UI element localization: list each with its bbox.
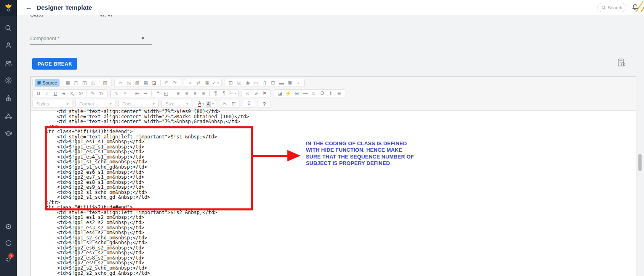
- select-field-button[interactable]: ⊟: [269, 79, 277, 87]
- annotation-line: IN THE CODING OF CLASS IS DEFINED: [306, 140, 423, 147]
- align-left-button[interactable]: ≡: [174, 90, 182, 97]
- bg-color-button[interactable]: A▾: [206, 100, 214, 107]
- text-direction-ltr-button[interactable]: ¶: [212, 90, 219, 97]
- people-icon: [4, 59, 12, 67]
- text-direction-rtl-button[interactable]: ¶: [220, 90, 228, 97]
- select-all-button[interactable]: ≣: [203, 79, 211, 87]
- language-button[interactable]: ⚐▾: [229, 90, 236, 97]
- textarea-button[interactable]: ▯: [261, 79, 268, 87]
- remove-format-button[interactable]: Tx: [97, 90, 105, 97]
- search-button[interactable]: Search: [597, 3, 626, 12]
- sidebar-item-search[interactable]: [4, 24, 12, 32]
- sidebar-item-academics[interactable]: [4, 130, 12, 138]
- toolbar-group: ◪⚡⊞―☺Ω⇟⊕: [274, 89, 345, 97]
- justify-button[interactable]: ≡: [200, 90, 207, 97]
- styles-combo-label: Styles: [36, 101, 49, 106]
- styles-combo[interactable]: Styles▾: [35, 100, 70, 107]
- toolbar-group: ?: [258, 100, 270, 108]
- new-page-button[interactable]: ▢: [72, 79, 80, 87]
- source-button[interactable]: ▣Source: [35, 79, 60, 87]
- sidebar-item-people[interactable]: [4, 59, 12, 67]
- text-field-button[interactable]: ▭: [252, 79, 260, 87]
- app-logo[interactable]: [0, 0, 17, 16]
- decrease-indent-button[interactable]: ⇤: [133, 90, 141, 97]
- hidden-field-button[interactable]: ▫: [295, 79, 302, 87]
- cut-button[interactable]: ✂: [117, 79, 124, 87]
- about-button[interactable]: ?: [260, 100, 268, 107]
- sidebar-item-network[interactable]: [4, 112, 12, 120]
- numbered-list-button[interactable]: ⒈: [113, 90, 120, 97]
- save-button[interactable]: ▦: [64, 79, 72, 87]
- strikethrough-button[interactable]: S: [60, 90, 68, 97]
- text-color-button-label: A: [198, 101, 201, 107]
- blockquote-button[interactable]: ❝: [154, 90, 161, 97]
- sidebar-item-sync[interactable]: [4, 239, 12, 247]
- horizontal-rule-icon: ―: [303, 91, 308, 96]
- superscript-button[interactable]: X²: [77, 90, 85, 97]
- find-button[interactable]: ⌕: [186, 79, 194, 87]
- image-button-button[interactable]: ▣: [286, 79, 294, 87]
- link-button[interactable]: ∞: [244, 90, 252, 97]
- image-button[interactable]: ◪: [276, 90, 284, 97]
- sidebar-item-institution[interactable]: [4, 94, 12, 102]
- print-button[interactable]: ⎙: [89, 79, 97, 87]
- numbered-list-icon: ⒈: [114, 91, 119, 96]
- maximize-button[interactable]: ⇱: [221, 100, 229, 107]
- font-combo[interactable]: Font▾: [121, 100, 156, 107]
- form-button[interactable]: ⊞: [227, 79, 235, 87]
- paste-text-button[interactable]: ▤: [142, 79, 150, 87]
- red-arrow-head-icon: [287, 150, 301, 161]
- subscript-button[interactable]: X₂: [68, 90, 76, 97]
- iframe-button[interactable]: ⊕: [335, 90, 343, 97]
- preview-button[interactable]: ◫: [81, 79, 89, 87]
- component-select-underline[interactable]: [30, 44, 152, 45]
- horizontal-rule-button[interactable]: ―: [301, 90, 309, 97]
- div-container-button[interactable]: ◱: [162, 90, 170, 97]
- sidebar-item-settings[interactable]: ⚙: [4, 222, 12, 231]
- toolbar-group: ⇱⊡: [219, 100, 240, 108]
- italic-button[interactable]: I: [43, 90, 51, 97]
- annotation-text: IN THE CODING OF CLASS IS DEFINEDWITH HI…: [306, 140, 423, 167]
- show-blocks-button[interactable]: ⊡: [230, 100, 237, 107]
- align-right-button[interactable]: ≡: [191, 90, 199, 97]
- page-break-insert-button[interactable]: ⇟: [327, 90, 334, 97]
- chevron-down-icon[interactable]: ▾: [142, 35, 144, 41]
- spell-check-button[interactable]: ✓▾: [212, 79, 219, 87]
- flash-button[interactable]: ⚡: [285, 90, 292, 97]
- document-history-icon[interactable]: [617, 58, 626, 68]
- checkbox-button[interactable]: ☑: [235, 79, 243, 87]
- button-field-button[interactable]: ▬: [278, 79, 285, 87]
- bulleted-list-icon: •: [124, 91, 126, 96]
- special-char-button[interactable]: Ω: [318, 90, 326, 97]
- align-center-button[interactable]: ≡: [183, 90, 190, 97]
- text-color-button[interactable]: A▾: [197, 100, 205, 107]
- format-combo[interactable]: Format▾: [78, 100, 113, 107]
- page-scrollbar-thumb[interactable]: [638, 154, 642, 171]
- templates-button[interactable]: ▧: [101, 79, 109, 87]
- size-combo[interactable]: Size▾: [164, 100, 190, 107]
- bold-button[interactable]: B: [35, 90, 42, 97]
- paste-word-button[interactable]: ◪: [151, 79, 158, 87]
- copy-button[interactable]: ⎘: [125, 79, 133, 87]
- increase-indent-button[interactable]: ⇥: [142, 90, 149, 97]
- undo-button[interactable]: ↶: [163, 79, 170, 87]
- copy-formatting-button[interactable]: ✎: [89, 90, 97, 97]
- sidebar-item-finance[interactable]: [4, 76, 12, 84]
- anchor-button[interactable]: ⚑: [261, 90, 268, 97]
- grid-button[interactable]: ⠿: [245, 100, 253, 107]
- bulleted-list-button[interactable]: •: [121, 90, 129, 97]
- radio-button[interactable]: ◉: [244, 79, 252, 87]
- smiley-button[interactable]: ☺: [310, 90, 318, 97]
- replace-button[interactable]: ⇄: [195, 79, 202, 87]
- annotation-line: WITH HIDE FUNCTION. HENCE MAKE: [306, 147, 423, 153]
- unlink-button[interactable]: ⌀: [252, 90, 260, 97]
- hidden-field-icon: ▫: [297, 80, 299, 85]
- paste-button[interactable]: ▨: [134, 79, 141, 87]
- back-arrow-icon[interactable]: ←: [25, 4, 32, 12]
- page-break-button[interactable]: PAGE BREAK: [32, 58, 77, 70]
- table-button[interactable]: ⊞: [293, 90, 301, 97]
- sidebar-item-student[interactable]: [4, 41, 12, 49]
- remove-format-button-label: Tx: [99, 91, 104, 96]
- redo-button[interactable]: ↷: [171, 79, 179, 87]
- underline-button[interactable]: U: [52, 90, 59, 97]
